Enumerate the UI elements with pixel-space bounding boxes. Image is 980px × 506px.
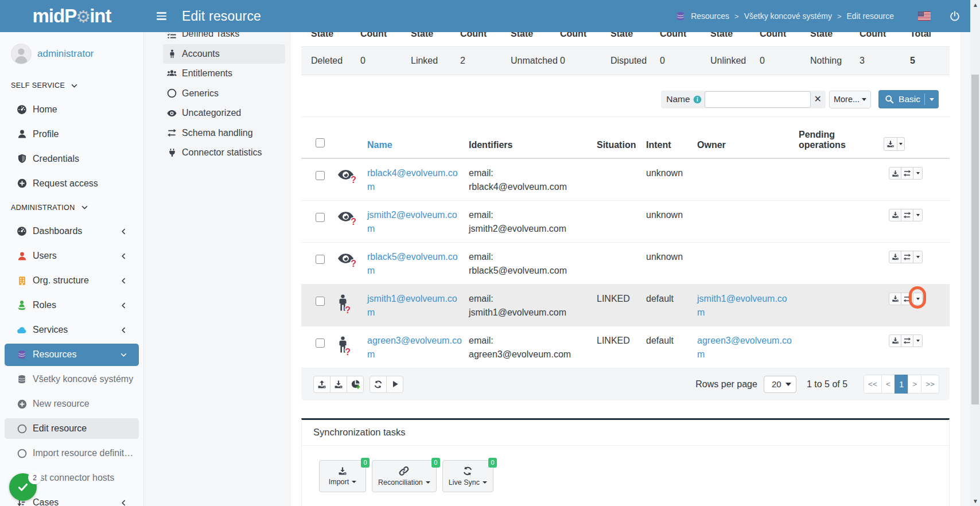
account-name-link[interactable]: rblack4@evolveum.com [367, 168, 458, 192]
male-icon [167, 49, 177, 59]
table-export-buttons [884, 137, 905, 151]
row-menu-caret-button[interactable] [913, 167, 923, 180]
scrollbar-thumb[interactable] [971, 75, 979, 404]
sidebar-item-org-structure[interactable]: Org. structure [0, 268, 143, 293]
locale-flag-icon[interactable] [918, 11, 931, 21]
sidebar-item-profile[interactable]: Profile [0, 122, 143, 146]
exchange-icon [167, 128, 177, 138]
nav-section-administration[interactable]: ADMINISTRATION [11, 201, 143, 215]
next-page-button[interactable]: > [908, 375, 921, 394]
menu-toggle-icon[interactable] [148, 0, 174, 32]
basic-search-button[interactable]: Basic [878, 90, 939, 108]
import-object-button[interactable] [313, 376, 330, 393]
avatar [11, 44, 31, 64]
owner-link[interactable]: agreen3@evolveum.com [697, 336, 792, 359]
sidebar-item-resources[interactable]: Resources [5, 344, 139, 366]
link-icon [399, 466, 409, 476]
account-pending-operations [799, 158, 884, 200]
prev-page-button[interactable]: < [881, 375, 895, 394]
nav-section-self-service[interactable]: SELF SERVICE [11, 79, 143, 92]
menu-item-accounts[interactable]: Accounts [163, 44, 285, 64]
first-page-button[interactable]: << [864, 375, 882, 394]
name-sort-link[interactable]: Name [367, 140, 392, 150]
menu-item-entitlements[interactable]: Entitlements [163, 64, 285, 84]
sync-task-button-reconciliation[interactable]: Reconciliation 0 [372, 460, 437, 492]
download-button[interactable] [889, 251, 901, 263]
user-name-link[interactable]: administrator [37, 48, 94, 60]
row-checkbox[interactable] [316, 297, 325, 306]
breadcrumb-item[interactable]: Všetky koncové systémy [744, 11, 832, 21]
sidebar-item-v-etky-koncov-syst-my[interactable]: Všetky koncové systémy [0, 367, 143, 392]
search-input[interactable] [705, 91, 811, 108]
menu-item-uncategorized[interactable]: Uncategorized [163, 103, 285, 123]
summary-count-value: 0 [650, 46, 701, 75]
shadow-eye-icon: ? [337, 252, 354, 264]
account-name-link[interactable]: jsmith1@evolveum.com [367, 294, 457, 317]
row-menu-caret-button[interactable] [913, 334, 923, 347]
more-button[interactable]: More... [829, 91, 871, 108]
page-1-button[interactable]: 1 [895, 375, 908, 394]
sidebar-item-services[interactable]: Services [0, 318, 143, 342]
export-button[interactable] [330, 376, 347, 393]
window-scrollbar[interactable]: ▲ ▼ [970, 0, 980, 506]
breadcrumb-item[interactable]: Edit resource [847, 11, 894, 21]
row-menu-caret-button[interactable] [913, 293, 923, 305]
download-button[interactable] [889, 293, 901, 305]
exchange-button[interactable] [901, 293, 913, 305]
menu-item-generics[interactable]: Generics [163, 84, 285, 104]
rows-per-page-select[interactable]: 20 [764, 376, 796, 393]
sidebar-item-users[interactable]: Users [0, 244, 143, 268]
account-name-link[interactable]: agreen3@evolveum.com [367, 336, 462, 359]
sidebar-item-new-resource[interactable]: New resource [0, 392, 143, 417]
logout-power-icon[interactable] [950, 11, 960, 21]
database-icon [17, 374, 27, 384]
download-button[interactable] [889, 167, 901, 180]
sidebar-item-request-access[interactable]: Request access [0, 171, 143, 196]
row-checkbox[interactable] [316, 171, 325, 180]
account-intent: unknown [646, 242, 697, 284]
create-report-button[interactable] [347, 376, 364, 393]
row-checkbox[interactable] [316, 213, 325, 222]
row-checkbox[interactable] [316, 255, 325, 264]
select-all-checkbox[interactable] [316, 138, 325, 147]
download-button[interactable] [884, 137, 897, 151]
menu-item-schema-handling[interactable]: Schema handling [163, 123, 285, 143]
info-icon[interactable] [693, 95, 702, 104]
account-owner [697, 242, 799, 284]
refresh-button[interactable] [370, 376, 387, 393]
row-menu-caret-button[interactable] [913, 251, 923, 263]
exchange-button[interactable] [901, 209, 913, 221]
sidebar-item-dashboards[interactable]: Dashboards [0, 219, 143, 244]
sidebar-item-home[interactable]: Home [0, 97, 143, 122]
menu-item-connector-statistics[interactable]: Connector statistics [163, 143, 285, 163]
search-mode-caret[interactable] [924, 94, 939, 105]
download-caret-button[interactable] [897, 137, 905, 151]
sync-task-button-live-sync[interactable]: Live Sync 0 [442, 460, 493, 492]
last-page-button[interactable]: >> [921, 375, 939, 394]
download-button[interactable] [889, 334, 901, 347]
exchange-button[interactable] [901, 251, 913, 263]
play-pause-button[interactable] [386, 376, 403, 393]
sidebar-item-import-resource-definit-[interactable]: Import resource definit… [0, 441, 143, 466]
exchange-button[interactable] [901, 167, 913, 180]
sidebar-item-credentials[interactable]: Credentials [0, 146, 143, 171]
gauge-icon [17, 226, 27, 236]
midpoint-logo[interactable]: midP⚙int [0, 0, 143, 32]
sidebar-item-roles[interactable]: Roles [0, 293, 143, 318]
exchange-button[interactable] [901, 334, 913, 347]
sync-task-button-import[interactable]: Import 0 [319, 460, 366, 492]
download-icon [338, 466, 347, 476]
scroll-down-arrow-icon[interactable]: ▼ [973, 499, 978, 504]
download-button[interactable] [889, 209, 901, 221]
breadcrumb-item[interactable]: Resources [691, 11, 729, 21]
clear-search-icon[interactable]: ✕ [814, 95, 822, 104]
sidebar-item-edit-resource[interactable]: Edit resource [5, 418, 139, 439]
account-name-link[interactable]: rblack5@evolveum.com [367, 252, 458, 275]
row-menu-caret-button[interactable] [913, 209, 923, 221]
account-name-link[interactable]: jsmith2@evolveum.com [367, 210, 457, 233]
row-checkbox[interactable] [316, 338, 325, 348]
owner-link[interactable]: jsmith1@evolveum.com [697, 294, 787, 317]
account-owner: jsmith1@evolveum.com [697, 284, 799, 326]
table-footer: Rows per page 20 1 to 5 of 5 <<<1>>> [301, 368, 950, 400]
scroll-up-arrow-icon[interactable]: ▲ [973, 2, 978, 7]
